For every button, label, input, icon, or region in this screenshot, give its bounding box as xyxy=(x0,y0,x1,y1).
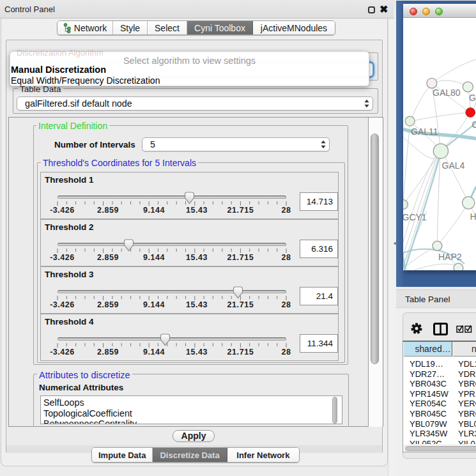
svg-text:GAL1: GAL1 xyxy=(469,93,476,103)
svg-text:GAL80: GAL80 xyxy=(433,88,461,98)
svg-text:CR: CR xyxy=(472,119,476,130)
svg-text:GCY1: GCY1 xyxy=(403,212,427,222)
svg-text:GAL11: GAL11 xyxy=(411,127,438,137)
svg-text:HA: HA xyxy=(470,211,476,222)
svg-text:GAL4: GAL4 xyxy=(442,160,465,171)
svg-text:HAP2: HAP2 xyxy=(438,252,462,262)
